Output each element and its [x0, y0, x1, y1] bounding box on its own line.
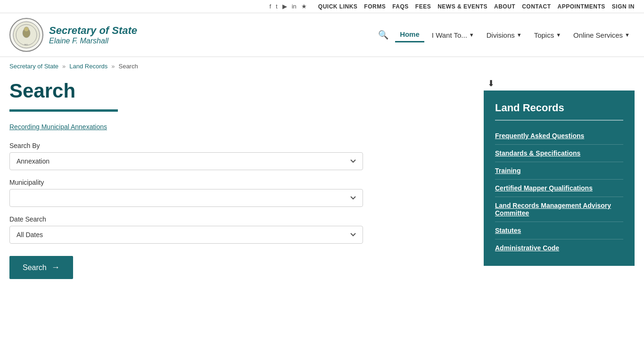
breadcrumb-sep-1: »	[62, 63, 66, 70]
nav-i-want-to[interactable]: I Want To... ▼	[427, 28, 479, 42]
sidebar-item-training[interactable]: Training	[495, 162, 623, 180]
org-title: Secretary of State	[49, 25, 137, 37]
about-link[interactable]: ABOUT	[494, 3, 515, 10]
forms-link[interactable]: FORMS	[364, 3, 386, 10]
svg-point-3	[24, 27, 29, 32]
chevron-down-icon: ▼	[556, 32, 561, 38]
search-by-label: Search By	[9, 142, 465, 149]
breadcrumb-home[interactable]: Secretary of State	[9, 63, 58, 70]
municipality-label: Municipality	[9, 179, 465, 186]
nav-home[interactable]: Home	[395, 27, 424, 42]
org-name: Secretary of State Elaine F. Marshall	[49, 25, 137, 45]
nav-topics[interactable]: Topics ▼	[529, 28, 566, 42]
search-by-select[interactable]: Annexation Plat Other	[9, 152, 363, 170]
logo-circle: N·C·	[9, 18, 43, 52]
facebook-icon[interactable]: f	[269, 3, 271, 10]
breadcrumb-current: Search	[118, 63, 138, 70]
date-search-label: Date Search	[9, 215, 465, 223]
utility-links: QUICK LINKS FORMS FAQS FEES NEWS & EVENT…	[318, 3, 635, 10]
date-search-group: Date Search All Dates Last 30 Days Last …	[9, 215, 465, 244]
header-search-button[interactable]: 🔍	[374, 28, 392, 42]
contact-link[interactable]: CONTACT	[522, 3, 551, 10]
download-icon[interactable]: ⬇	[484, 75, 635, 90]
recording-municipal-link[interactable]: Recording Municipal Annexations	[9, 123, 107, 131]
sidebar-item-faq[interactable]: Frequently Asked Questions	[495, 127, 623, 145]
nav-divisions[interactable]: Divisions ▼	[482, 28, 527, 42]
sign-in-link[interactable]: SIGN IN	[612, 3, 635, 10]
logo-area: N·C· Secretary of State Elaine F. Marsha…	[9, 18, 141, 52]
content-area: Search Recording Municipal Annexations S…	[9, 75, 484, 279]
breadcrumb: Secretary of State » Land Records » Sear…	[0, 57, 644, 75]
quick-links-link[interactable]: QUICK LINKS	[318, 3, 358, 10]
svg-text:N·C·: N·C·	[25, 43, 28, 46]
top-bar: f t ▶ in ★ QUICK LINKS FORMS FAQS FEES N…	[0, 0, 644, 13]
date-search-select[interactable]: All Dates Last 30 Days Last 90 Days Last…	[9, 226, 363, 244]
sidebar: ⬇ Land Records Frequently Asked Question…	[484, 75, 635, 279]
youtube-icon[interactable]: ▶	[282, 3, 287, 10]
arrow-right-icon: →	[51, 263, 60, 272]
main-nav: 🔍 Home I Want To... ▼ Divisions ▼ Topics…	[151, 27, 635, 42]
title-underline	[9, 109, 118, 112]
news-events-link[interactable]: NEWS & EVENTS	[438, 3, 487, 10]
linkedin-icon[interactable]: in	[292, 3, 297, 10]
twitter-icon[interactable]: t	[276, 3, 278, 10]
municipality-select[interactable]	[9, 189, 363, 207]
nav-online-services[interactable]: Online Services ▼	[569, 28, 635, 42]
main-container: Search Recording Municipal Annexations S…	[0, 75, 644, 293]
search-button-label: Search	[23, 263, 47, 272]
rss-icon[interactable]: ★	[301, 3, 307, 10]
chevron-down-icon: ▼	[517, 32, 522, 38]
page-title: Search	[9, 80, 465, 102]
sidebar-item-standards[interactable]: Standards & Specifications	[495, 145, 623, 162]
sidebar-item-advisory[interactable]: Land Records Management Advisory Committ…	[495, 197, 623, 222]
sidebar-panel-title: Land Records	[495, 102, 623, 121]
sidebar-panel: Land Records Frequently Asked Questions …	[484, 90, 635, 266]
search-by-group: Search By Annexation Plat Other	[9, 142, 465, 170]
chevron-down-icon: ▼	[625, 32, 630, 38]
faqs-link[interactable]: FAQS	[392, 3, 409, 10]
chevron-down-icon: ▼	[469, 32, 474, 38]
appointments-link[interactable]: APPOINTMENTS	[557, 3, 605, 10]
breadcrumb-land-records[interactable]: Land Records	[69, 63, 107, 70]
social-icons: f t ▶ in ★	[269, 3, 306, 10]
search-button[interactable]: Search →	[9, 256, 73, 279]
org-subtitle: Elaine F. Marshall	[49, 37, 137, 45]
header: N·C· Secretary of State Elaine F. Marsha…	[0, 13, 644, 57]
fees-link[interactable]: FEES	[415, 3, 431, 10]
breadcrumb-sep-2: »	[111, 63, 115, 70]
municipality-group: Municipality	[9, 179, 465, 207]
sidebar-item-statutes[interactable]: Statutes	[495, 222, 623, 239]
sidebar-item-admin-code[interactable]: Administrative Code	[495, 239, 623, 256]
sidebar-item-mapper[interactable]: Certified Mapper Qualifications	[495, 180, 623, 197]
